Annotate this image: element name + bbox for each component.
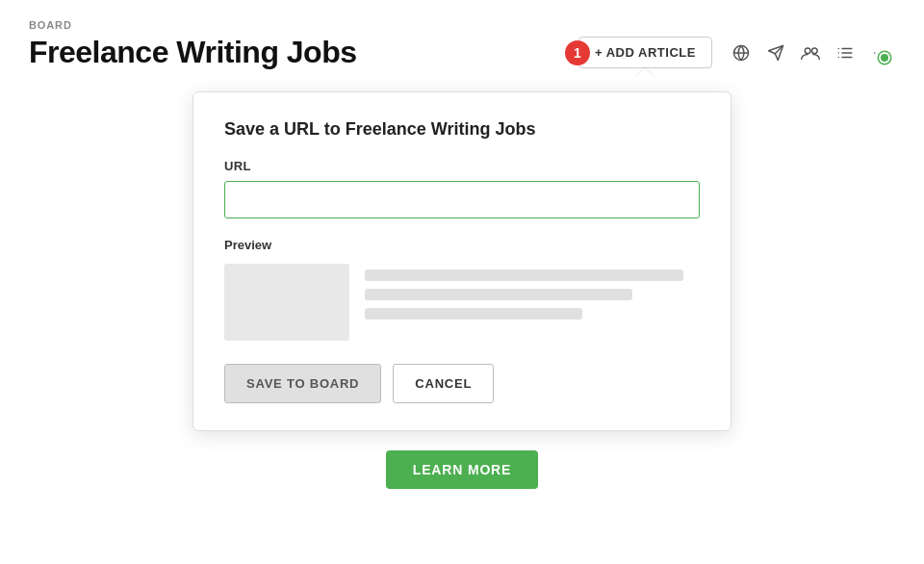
bottom-bar: LEARN MORE xyxy=(0,431,924,489)
modal-title: Save a URL to Freelance Writing Jobs xyxy=(224,119,700,140)
globe-icon xyxy=(732,44,750,62)
people-icon xyxy=(801,44,820,62)
header: BOARD Freelance Writing Jobs 1 + ADD ART… xyxy=(0,0,924,86)
buttons-row: SAVE TO BOARD CANCEL xyxy=(224,364,700,403)
preview-label: Preview xyxy=(224,238,700,252)
preview-line-2 xyxy=(365,289,632,300)
save-to-board-button[interactable]: SAVE TO BOARD xyxy=(224,364,381,403)
header-row: Freelance Writing Jobs 1 + ADD ARTICLE xyxy=(29,35,895,70)
preview-image-placeholder xyxy=(224,264,349,341)
page-title: Freelance Writing Jobs xyxy=(29,35,357,70)
send-icon xyxy=(767,44,784,62)
modal-card: Save a URL to Freelance Writing Jobs URL… xyxy=(192,91,732,431)
people-icon-button[interactable] xyxy=(795,38,826,68)
list-icon-button[interactable] xyxy=(830,38,860,68)
add-article-button[interactable]: + ADD ARTICLE xyxy=(578,37,712,68)
preview-line-1 xyxy=(365,269,683,281)
url-input[interactable] xyxy=(224,181,700,218)
globe-icon-button[interactable] xyxy=(726,38,757,68)
svg-point-5 xyxy=(811,48,817,54)
cancel-button[interactable]: CANCEL xyxy=(393,364,494,403)
board-label: BOARD xyxy=(29,19,895,31)
url-label: URL xyxy=(224,159,700,173)
send-icon-button[interactable] xyxy=(760,38,791,68)
preview-area xyxy=(224,264,700,341)
svg-point-4 xyxy=(805,48,810,54)
list-icon xyxy=(836,44,854,62)
header-actions: 1 + ADD ARTICLE xyxy=(578,37,895,68)
learn-more-button[interactable]: LEARN MORE xyxy=(386,450,539,489)
page-container: BOARD Freelance Writing Jobs 1 + ADD ART… xyxy=(0,0,924,564)
green-indicator-wrapper xyxy=(876,49,893,66)
icon-group xyxy=(726,38,895,68)
green-dot xyxy=(879,52,890,64)
step2-wrapper: 2 Save a URL to Freelance Writing Jobs U… xyxy=(192,91,732,431)
modal-wrapper: 2 Save a URL to Freelance Writing Jobs U… xyxy=(0,91,924,431)
more-icon-button[interactable] xyxy=(864,38,895,68)
add-article-wrapper: 1 + ADD ARTICLE xyxy=(578,37,712,68)
svg-point-12 xyxy=(874,52,876,54)
preview-line-3 xyxy=(365,308,582,320)
dropdown-arrow xyxy=(635,68,654,78)
preview-lines xyxy=(365,264,700,320)
step1-badge: 1 xyxy=(565,40,590,65)
